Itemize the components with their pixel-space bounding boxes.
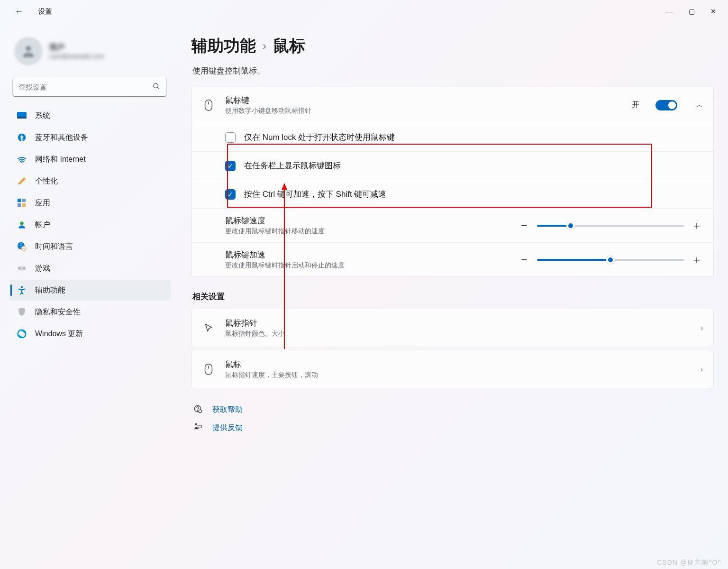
svg-rect-8 xyxy=(22,199,26,202)
svg-rect-7 xyxy=(18,199,21,202)
toggle-label: 开 xyxy=(632,100,639,110)
svg-rect-14 xyxy=(18,266,26,270)
sidebar-item-label: 个性化 xyxy=(35,176,58,186)
svg-rect-10 xyxy=(22,203,26,207)
mouse-keys-title: 鼠标键 xyxy=(225,95,621,106)
related-pointer[interactable]: 鼠标指针 鼠标指针颜色、大小 › xyxy=(191,309,714,347)
get-help-link[interactable]: 获取帮助 xyxy=(193,401,714,419)
profile-name: 用户 xyxy=(49,43,104,53)
person-icon xyxy=(17,220,27,229)
chevron-right-icon: › xyxy=(263,39,266,53)
bluetooth-icon xyxy=(17,133,27,142)
sidebar-item-label: 时间和语言 xyxy=(35,242,73,252)
sidebar-item-label: 系统 xyxy=(35,111,50,121)
svg-point-15 xyxy=(19,267,20,269)
accel-minus[interactable]: − xyxy=(518,254,530,266)
sidebar-item-label: 隐私和安全性 xyxy=(35,307,81,317)
mouse-keys-toggle[interactable] xyxy=(655,100,677,110)
mouse-keys-desc: 使用数字小键盘移动鼠标指针 xyxy=(225,107,621,115)
svg-rect-21 xyxy=(205,364,212,374)
sidebar-item-network[interactable]: 网络和 Internet xyxy=(9,149,171,170)
accel-plus[interactable]: ＋ xyxy=(691,253,703,267)
sidebar-item-privacy[interactable]: 隐私和安全性 xyxy=(9,302,171,322)
svg-point-25 xyxy=(199,410,201,413)
wifi-icon xyxy=(17,155,27,164)
svg-point-5 xyxy=(18,134,26,142)
sidebar-item-label: 应用 xyxy=(35,198,50,208)
sidebar-item-label: 网络和 Internet xyxy=(35,155,86,165)
sidebar: 用户 user@example.com 系统 蓝牙和其他设备 网络和 Inter… xyxy=(0,23,175,569)
sidebar-item-label: 辅助功能 xyxy=(35,285,65,295)
globe-clock-icon xyxy=(17,242,27,251)
minimize-button[interactable]: — xyxy=(659,4,681,19)
related-mouse[interactable]: 鼠标 鼠标指针速度，主要按钮，滚动 › xyxy=(191,350,714,388)
related-pointer-title: 鼠标指针 xyxy=(225,318,690,329)
sidebar-item-bluetooth[interactable]: 蓝牙和其他设备 xyxy=(9,127,171,148)
sidebar-item-label: 游戏 xyxy=(35,264,50,274)
cursor-icon xyxy=(202,323,215,333)
question-icon xyxy=(193,404,203,415)
sidebar-item-update[interactable]: Windows 更新 xyxy=(9,323,171,344)
related-pointer-desc: 鼠标指针颜色、大小 xyxy=(225,330,690,338)
sidebar-item-apps[interactable]: 应用 xyxy=(9,193,171,213)
sidebar-item-system[interactable]: 系统 xyxy=(9,105,171,126)
ctrl-shift-row[interactable]: ✓ 按住 Ctrl 键可加速，按下 Shift 键可减速 xyxy=(192,180,713,208)
sidebar-item-gaming[interactable]: 游戏 xyxy=(9,258,171,279)
svg-rect-27 xyxy=(198,425,202,428)
speed-title: 鼠标键速度 xyxy=(225,215,510,226)
main-content: 辅助功能 › 鼠标 使用键盘控制鼠标。 鼠标键 使用数字小键盘移动鼠标指针 开 … xyxy=(175,23,728,569)
svg-rect-9 xyxy=(18,203,21,207)
feedback-text: 提供反馈 xyxy=(212,423,243,433)
sidebar-item-time[interactable]: 时间和语言 xyxy=(9,236,171,257)
sidebar-item-personalization[interactable]: 个性化 xyxy=(9,171,171,192)
breadcrumb-parent[interactable]: 辅助功能 xyxy=(191,35,256,57)
feedback-link[interactable]: 提供反馈 xyxy=(193,419,714,437)
sidebar-item-accessibility[interactable]: 辅助功能 xyxy=(9,280,171,301)
speed-plus[interactable]: ＋ xyxy=(691,219,703,233)
maximize-button[interactable]: ▢ xyxy=(681,4,702,19)
sidebar-item-label: Windows 更新 xyxy=(35,329,83,339)
mouse-keys-header[interactable]: 鼠标键 使用数字小键盘移动鼠标指针 开 ︿ xyxy=(192,87,713,123)
speed-slider[interactable] xyxy=(537,225,684,227)
speed-minus[interactable]: − xyxy=(518,220,530,232)
svg-rect-4 xyxy=(17,117,27,119)
taskbar-row[interactable]: ✓ 在任务栏上显示鼠标键图标 xyxy=(192,151,713,180)
sidebar-item-accounts[interactable]: 帐户 xyxy=(9,214,171,235)
numlock-checkbox[interactable] xyxy=(225,132,236,143)
taskbar-label: 在任务栏上显示鼠标键图标 xyxy=(244,160,703,171)
numlock-label: 仅在 Num lock 处于打开状态时使用鼠标键 xyxy=(244,132,703,143)
chevron-up-icon: ︿ xyxy=(696,101,703,110)
titlebar: ← 设置 — ▢ ✕ xyxy=(0,0,728,23)
breadcrumb: 辅助功能 › 鼠标 xyxy=(191,35,714,57)
search-input[interactable] xyxy=(12,78,167,97)
back-button[interactable]: ← xyxy=(9,2,28,21)
close-button[interactable]: ✕ xyxy=(702,4,724,19)
numlock-row[interactable]: 仅在 Num lock 处于打开状态时使用鼠标键 xyxy=(192,123,713,151)
avatar xyxy=(14,37,43,65)
svg-rect-19 xyxy=(205,100,212,110)
chevron-right-icon: › xyxy=(701,366,703,373)
accel-title: 鼠标键加速 xyxy=(225,249,510,260)
svg-point-17 xyxy=(21,286,23,288)
accel-desc: 更改使用鼠标键时指针启动和停止的速度 xyxy=(225,261,510,270)
svg-point-0 xyxy=(26,46,31,51)
watermark: CSDN @良艺呐^O^ xyxy=(657,559,721,567)
ctrl-shift-checkbox[interactable]: ✓ xyxy=(225,189,236,200)
apps-icon xyxy=(17,198,27,208)
sidebar-item-label: 帐户 xyxy=(35,220,50,230)
feedback-icon xyxy=(193,422,203,433)
accel-slider[interactable] xyxy=(537,259,684,261)
mouse-icon xyxy=(202,363,215,376)
svg-point-6 xyxy=(21,162,22,163)
sidebar-item-label: 蓝牙和其他设备 xyxy=(35,133,88,143)
related-title: 相关设置 xyxy=(192,291,714,302)
accessibility-icon xyxy=(17,285,27,295)
taskbar-checkbox[interactable]: ✓ xyxy=(225,161,236,171)
svg-line-2 xyxy=(157,87,159,89)
get-help-text: 获取帮助 xyxy=(212,405,243,415)
svg-point-24 xyxy=(197,411,198,411)
app-title: 设置 xyxy=(38,7,52,16)
gamepad-icon xyxy=(17,264,27,273)
svg-point-16 xyxy=(23,267,25,269)
profile[interactable]: 用户 user@example.com xyxy=(9,32,171,78)
